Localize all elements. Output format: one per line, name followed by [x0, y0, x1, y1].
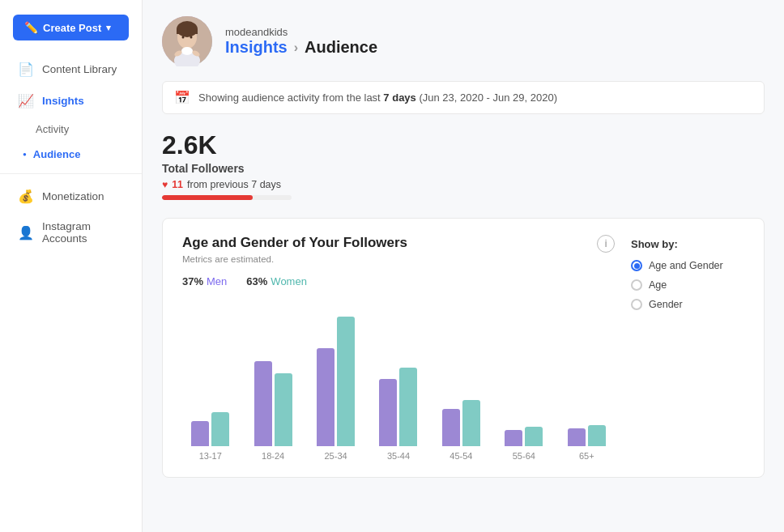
- bar-group: [559, 425, 615, 446]
- bar-men: [379, 379, 397, 446]
- avatar: [162, 16, 212, 66]
- radio-age[interactable]: Age: [631, 279, 744, 291]
- insights-icon: 📈: [18, 93, 34, 109]
- total-followers-number: 2.6K: [162, 130, 765, 160]
- bar-women: [211, 412, 229, 446]
- page-header: modeandkids Insights › Audience: [162, 16, 765, 66]
- svg-point-6: [182, 36, 185, 39]
- radio-label-age: Age: [649, 279, 667, 291]
- axis-label: 25-34: [308, 451, 364, 461]
- radio-label-gender: Gender: [649, 299, 683, 310]
- bar-men: [568, 428, 586, 446]
- progress-bar: [162, 195, 292, 200]
- bar-group: [182, 412, 238, 446]
- bar-men: [191, 421, 209, 446]
- info-icon[interactable]: i: [597, 235, 615, 253]
- edit-icon: ✏️: [24, 21, 38, 34]
- sidebar-item-monetization[interactable]: 💰 Monetization: [3, 181, 138, 212]
- instagram-accounts-icon: 👤: [18, 225, 34, 240]
- axis-label: 18-24: [245, 451, 300, 461]
- sidebar-sub-label: Activity: [36, 123, 69, 135]
- sidebar-sub-label: Audience: [33, 148, 81, 160]
- calendar-icon: 📅: [174, 90, 190, 105]
- legend-women: 63% Women: [246, 275, 307, 287]
- show-by-panel: Show by: Age and Gender Age Gender: [631, 235, 744, 461]
- svg-rect-3: [177, 29, 198, 34]
- sidebar-item-label: Insights: [42, 95, 84, 107]
- bar-group: [245, 361, 300, 446]
- date-banner-text: Showing audience activity from the last …: [198, 92, 557, 104]
- sidebar: ✏️ Create Post ▾ 📄 Content Library 📈 Ins…: [0, 0, 143, 532]
- stats-section: 2.6K Total Followers ♥ 11 from previous …: [162, 130, 765, 200]
- axis-label: 45-54: [433, 451, 489, 461]
- create-post-label: Create Post: [43, 22, 101, 34]
- sidebar-item-label: Content Library: [42, 63, 117, 75]
- username: modeandkids: [225, 26, 377, 38]
- bar-group: [308, 317, 364, 446]
- radio-circle-gender: [631, 299, 642, 310]
- chart-legend: 37% Men 63% Women: [182, 275, 615, 287]
- axis-label: 55-64: [496, 451, 552, 461]
- bar-women: [525, 427, 543, 446]
- bar-group: [496, 427, 552, 446]
- sidebar-item-activity[interactable]: Activity: [0, 117, 142, 142]
- sidebar-item-content-library[interactable]: 📄 Content Library: [3, 53, 138, 85]
- legend-men: 37% Men: [182, 275, 227, 287]
- breadcrumb-parent[interactable]: Insights: [225, 38, 288, 57]
- header-text: modeandkids Insights › Audience: [225, 26, 377, 57]
- svg-point-7: [190, 36, 193, 39]
- breadcrumb: Insights › Audience: [225, 38, 377, 57]
- bar-women: [462, 400, 480, 446]
- chart-title-group: Age and Gender of Your Followers Metrics…: [182, 235, 407, 275]
- axis-label: 35-44: [370, 451, 426, 461]
- date-banner: 📅 Showing audience activity from the las…: [162, 81, 765, 114]
- axis-label: 13-17: [182, 451, 238, 461]
- bar-group: [433, 400, 489, 446]
- chevron-down-icon: ▾: [106, 23, 111, 33]
- breadcrumb-current: Audience: [305, 38, 377, 57]
- axis-labels: 13-1718-2425-3435-4445-5455-6465+: [182, 451, 615, 461]
- show-by-title: Show by:: [631, 238, 744, 250]
- bar-men: [317, 348, 334, 446]
- sidebar-item-label: Monetization: [42, 190, 104, 202]
- nav-divider: [0, 173, 142, 174]
- main-content: modeandkids Insights › Audience 📅 Showin…: [143, 0, 784, 532]
- breadcrumb-arrow: ›: [294, 40, 298, 55]
- sidebar-item-label: Instagram Accounts: [42, 220, 124, 245]
- bar-women: [275, 373, 292, 446]
- chart-subtitle: Metrics are estimated.: [182, 254, 407, 264]
- radio-age-gender[interactable]: Age and Gender: [631, 260, 744, 271]
- content-library-icon: 📄: [18, 62, 34, 77]
- sidebar-item-instagram-accounts[interactable]: 👤 Instagram Accounts: [3, 212, 138, 253]
- bar-women: [588, 425, 606, 446]
- bar-group: [370, 368, 426, 446]
- bars-container: [182, 300, 615, 446]
- radio-label-age-gender: Age and Gender: [649, 260, 723, 271]
- radio-circle-age-gender: [631, 260, 642, 271]
- radio-gender[interactable]: Gender: [631, 299, 744, 310]
- change-arrow-icon: ♥: [162, 179, 168, 190]
- chart-main: Age and Gender of Your Followers Metrics…: [182, 235, 615, 461]
- create-post-button[interactable]: ✏️ Create Post ▾: [13, 15, 129, 40]
- bar-men: [254, 361, 272, 446]
- sidebar-item-insights[interactable]: 📈 Insights: [3, 85, 138, 117]
- bar-women: [337, 317, 355, 446]
- progress-fill: [162, 195, 253, 200]
- stat-change: ♥ 11 from previous 7 days: [162, 179, 765, 190]
- sidebar-item-audience[interactable]: Audience: [0, 142, 142, 167]
- monetization-icon: 💰: [18, 189, 34, 204]
- chart-header-row: Age and Gender of Your Followers Metrics…: [182, 235, 615, 275]
- chart-card: Age and Gender of Your Followers Metrics…: [162, 218, 765, 478]
- bar-men: [505, 430, 522, 446]
- change-number: 11: [172, 179, 183, 190]
- bar-chart: 13-1718-2425-3435-4445-5455-6465+: [182, 300, 615, 461]
- chart-title: Age and Gender of Your Followers: [182, 235, 407, 251]
- axis-label: 65+: [559, 451, 615, 461]
- bar-men: [442, 409, 460, 446]
- bar-women: [399, 368, 417, 446]
- total-followers-label: Total Followers: [162, 162, 765, 175]
- svg-point-5: [181, 47, 193, 55]
- change-text: from previous 7 days: [187, 179, 281, 190]
- radio-circle-age: [631, 279, 642, 291]
